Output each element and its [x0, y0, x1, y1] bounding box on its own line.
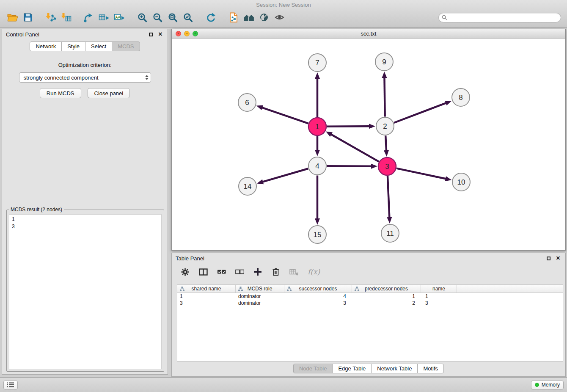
- zoom-selected-button[interactable]: [180, 10, 195, 25]
- zoom-window-icon[interactable]: +: [193, 31, 198, 36]
- graph-edge-2-9[interactable]: [384, 77, 385, 117]
- show-columns-button[interactable]: [198, 267, 208, 277]
- graph-arrowhead-icon: [315, 72, 320, 79]
- column-sort-icon: [287, 287, 292, 291]
- open-session-button[interactable]: [5, 10, 20, 25]
- cell-name[interactable]: 1: [421, 293, 457, 299]
- delete-column-button[interactable]: [271, 267, 281, 277]
- task-history-button[interactable]: [3, 381, 18, 389]
- tab-edge-table[interactable]: Edge Table: [332, 364, 372, 373]
- tab-node-table[interactable]: Node Table: [293, 364, 333, 373]
- tab-network-table[interactable]: Network Table: [371, 364, 418, 373]
- graph-edge-3-10[interactable]: [396, 168, 446, 179]
- graph-edge-3-1[interactable]: [330, 134, 379, 162]
- save-session-button[interactable]: [20, 10, 36, 25]
- status-bar: Memory: [0, 377, 567, 392]
- export-table-icon: [99, 12, 110, 22]
- control-panel: Control Panel × Network Style Select MCD…: [2, 29, 168, 375]
- home-button[interactable]: [241, 10, 256, 25]
- zoom-out-button[interactable]: [150, 10, 165, 25]
- column-header-successor-nodes[interactable]: successor nodes: [284, 285, 352, 293]
- import-network-button[interactable]: [43, 10, 58, 25]
- zoom-fit-button[interactable]: [165, 10, 180, 25]
- cell-successor-nodes[interactable]: 3: [284, 300, 352, 306]
- column-header-predecessor-nodes[interactable]: predecessor nodes: [352, 285, 421, 293]
- graph-edge-4-3[interactable]: [327, 166, 372, 166]
- cell-shared-name[interactable]: 3: [177, 300, 236, 306]
- graph-edge-2-8[interactable]: [394, 103, 446, 123]
- column-header-name[interactable]: name: [421, 285, 457, 293]
- tab-style[interactable]: Style: [61, 41, 85, 51]
- cell-predecessor-nodes[interactable]: 2: [352, 300, 421, 306]
- tab-network[interactable]: Network: [30, 41, 62, 51]
- graph-node-label: 7: [315, 59, 319, 67]
- network-window-titlebar[interactable]: × − + scc.txt: [172, 29, 565, 39]
- float-panel-button[interactable]: [147, 31, 154, 38]
- graph-arrowhead-icon: [387, 217, 392, 224]
- table-row[interactable]: 1 dominator 4 1 1: [177, 293, 563, 300]
- tab-select[interactable]: Select: [85, 41, 112, 51]
- zoom-in-button[interactable]: [135, 10, 150, 25]
- cell-mcds-role[interactable]: dominator: [236, 293, 284, 299]
- graph-edge-1-2[interactable]: [327, 126, 370, 127]
- search-input[interactable]: [449, 14, 558, 20]
- graph-edge-4-14[interactable]: [262, 168, 308, 182]
- export-network-button[interactable]: [81, 10, 96, 25]
- export-image-button[interactable]: [112, 10, 127, 25]
- copy-network-button[interactable]: [226, 10, 241, 25]
- graph-arrowhead-icon: [326, 131, 333, 137]
- export-table-button[interactable]: [96, 10, 112, 25]
- unselect-all-columns-button[interactable]: [235, 267, 244, 277]
- graph-node-label: 4: [315, 162, 319, 170]
- import-table-button[interactable]: [58, 10, 74, 25]
- plus-icon: [254, 268, 261, 276]
- optimization-criterion-label: Optimization criterion:: [2, 62, 168, 68]
- float-table-panel-button[interactable]: [545, 255, 552, 262]
- tab-mcds[interactable]: MCDS: [112, 41, 140, 51]
- table-row[interactable]: 3 dominator 3 2 3: [177, 300, 563, 306]
- graph-arrowhead-icon: [257, 179, 264, 185]
- minimize-window-icon[interactable]: −: [184, 31, 190, 36]
- table-settings-button[interactable]: [180, 267, 190, 277]
- delete-table-button[interactable]: [289, 267, 299, 277]
- mcds-result-list[interactable]: 1 3: [9, 214, 162, 369]
- column-label: shared name: [191, 286, 221, 292]
- criterion-select[interactable]: strongly connected component: [19, 72, 151, 83]
- run-mcds-button[interactable]: Run MCDS: [40, 88, 81, 98]
- graph-arrowhead-icon: [315, 218, 320, 225]
- graph-edge-2-3[interactable]: [385, 135, 386, 151]
- graph-arrowhead-icon: [382, 72, 387, 78]
- document-network-icon: [228, 12, 239, 23]
- table-panel-title: Table Panel: [176, 255, 204, 262]
- cell-predecessor-nodes[interactable]: 1: [352, 293, 421, 299]
- column-header-shared-name[interactable]: shared name: [177, 285, 236, 293]
- close-panel-action-button[interactable]: Close panel: [88, 88, 130, 98]
- cell-shared-name[interactable]: 1: [177, 293, 236, 299]
- search-box[interactable]: [438, 13, 561, 22]
- column-header-mcds-role[interactable]: MCDS role: [236, 285, 284, 293]
- cell-mcds-role[interactable]: dominator: [236, 300, 284, 306]
- close-panel-button[interactable]: ×: [157, 31, 164, 38]
- network-graph[interactable]: 7968124314101511: [172, 39, 565, 250]
- tab-motifs[interactable]: Motifs: [417, 364, 444, 373]
- cell-name[interactable]: 3: [421, 300, 457, 306]
- close-table-panel-button[interactable]: ×: [555, 255, 561, 262]
- create-column-button[interactable]: [253, 267, 262, 277]
- close-window-icon[interactable]: ×: [176, 31, 181, 36]
- mcds-result-item: 1: [9, 215, 161, 223]
- control-panel-header: Control Panel ×: [2, 29, 168, 39]
- network-canvas[interactable]: 7968124314101511: [172, 39, 565, 250]
- cell-successor-nodes[interactable]: 4: [284, 293, 352, 299]
- select-all-columns-button[interactable]: [217, 267, 226, 277]
- memory-button[interactable]: Memory: [531, 381, 564, 389]
- graph-edge-3-11[interactable]: [388, 176, 389, 218]
- apply-layout-button[interactable]: [203, 10, 218, 25]
- column-label: MCDS role: [248, 286, 272, 292]
- mcds-result-item: 3: [9, 223, 161, 230]
- graphics-details-button[interactable]: [256, 10, 272, 25]
- function-builder-button[interactable]: f(x): [308, 267, 320, 277]
- show-hide-button[interactable]: [272, 10, 287, 25]
- main-toolbar: [0, 8, 567, 27]
- graph-node-label: 9: [382, 58, 386, 66]
- graph-edge-1-6[interactable]: [261, 108, 308, 124]
